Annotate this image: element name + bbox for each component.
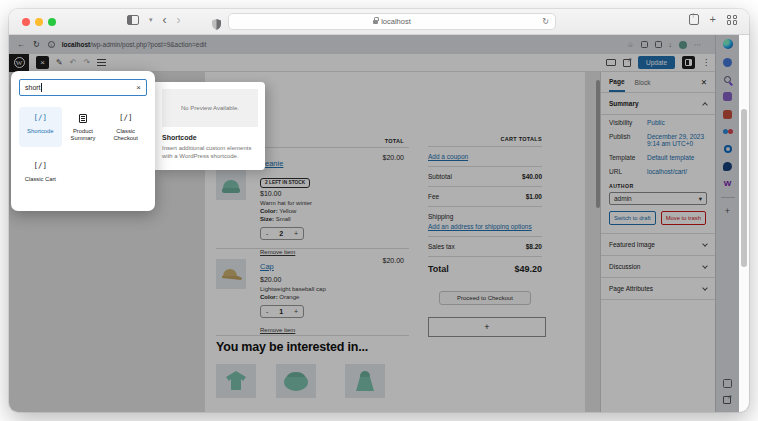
no-preview-text: No Preview Available. [162,89,258,127]
safari-toolbar: ▾ ‹ › localhost ↻ + [9,9,749,35]
address-text: localhost [381,17,411,26]
address-bar[interactable]: localhost ↻ [228,13,556,30]
block-inserter-popup: short × [/] Shortcode Product Summary [/… [11,71,155,211]
preview-description: Insert additional custom elements with a… [162,144,258,161]
share-icon[interactable] [689,14,699,25]
shortcode-icon: [/] [34,161,48,172]
clear-search-icon[interactable]: × [136,83,141,92]
back-button[interactable]: ‹ [163,14,167,26]
product-summary-icon [79,113,87,124]
scrollbar-thumb[interactable] [741,109,747,267]
tab-overview-icon[interactable] [727,15,737,25]
remote-browser-view: ← ↻ i localhost/wp-admin/post.php?post=9… [9,35,749,412]
minimize-window-button[interactable] [35,18,43,26]
close-window-button[interactable] [22,18,30,26]
zoom-window-button[interactable] [48,18,56,26]
block-preview-panel: No Preview Available. Shortcode Insert a… [155,82,265,170]
shortcode-icon: [/] [34,113,48,124]
canvas-scrollbar[interactable] [596,80,600,208]
browser-window: ▾ ‹ › localhost ↻ + ← ↻ i localhost/wp-a… [9,9,749,412]
shortcode-icon: [/] [119,113,133,124]
lock-icon [373,20,378,24]
chevron-down-icon[interactable]: ▾ [149,16,153,24]
block-result-classic-checkout[interactable]: [/] Classic Checkout [104,107,147,147]
block-result-product-summary[interactable]: Product Summary [62,107,105,147]
new-tab-button[interactable]: + [710,14,716,25]
privacy-shield-icon[interactable] [212,16,221,34]
sidebar-toggle-icon[interactable] [127,15,139,25]
traffic-lights [22,18,56,26]
preview-title: Shortcode [162,134,258,141]
block-search-input[interactable]: short × [19,79,147,96]
block-result-classic-cart[interactable]: [/] Classic Cart [19,155,62,188]
page-scrollbar[interactable] [739,35,749,412]
text-caret [41,83,42,92]
block-result-shortcode[interactable]: [/] Shortcode [19,107,62,147]
forward-button[interactable]: › [177,14,181,26]
reload-icon[interactable]: ↻ [542,17,549,26]
